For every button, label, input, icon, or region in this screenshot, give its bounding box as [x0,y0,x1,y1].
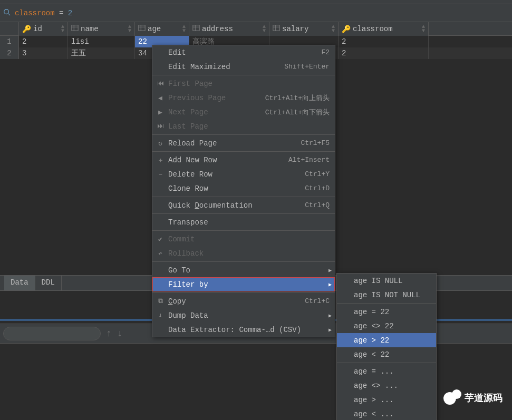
svg-point-0 [4,9,9,14]
minus-icon: － [154,170,166,179]
menu-label: Commit [166,235,330,243]
filter-option-age-is-not-null[interactable]: age IS NOT NULL [337,288,436,302]
menu-label: Previous Page [166,94,265,102]
menu-item-first-page: ⏮First Page [152,76,335,91]
cell-classroom[interactable]: 2 [339,47,429,59]
filter-option-age-[interactable]: age < ... [337,407,436,420]
rownum-header [0,22,19,35]
filter-by-submenu: age IS NULLage IS NOT NULLage = 22age <>… [336,273,437,420]
tab-ddl[interactable]: DDL [35,276,62,290]
filter-option-age-[interactable]: age <> ... [337,378,436,393]
commit-icon: ✔ [154,235,166,243]
column-icon [71,24,79,34]
menu-item-edit[interactable]: EditF2 [152,45,335,60]
sort-icon[interactable]: ▲▼ [263,25,266,33]
menu-item-commit: ✔Commit [152,232,335,246]
filter-operator: = [59,9,63,17]
tab-data[interactable]: Data [4,276,35,290]
menu-label: Dump Data [166,311,330,320]
submenu-arrow-icon: ▶ [329,281,332,288]
column-header-address[interactable]: address ▲▼ [189,22,269,36]
sort-icon[interactable]: ▲▼ [128,25,131,33]
filter-bar[interactable]: classroom = 2 [0,4,512,22]
menu-item-transpose[interactable]: Transpose [152,215,335,229]
menu-shortcut: Ctrl+Alt+向下箭头 [265,108,330,117]
menu-item-go-to[interactable]: Go To▶ [152,263,335,277]
menu-label: Quick Documentation [166,201,305,210]
menu-label: Add New Row [166,156,288,164]
filter-option-age-22[interactable]: age = 22 [337,305,436,319]
reload-icon: ↻ [154,139,166,148]
watermark-text: 芋道源码 [465,392,503,404]
cell-id[interactable]: 3 [19,47,68,59]
menu-item-filter-by[interactable]: Filter by▶ [152,277,335,291]
menu-shortcut: Ctrl+C [305,297,330,305]
top-toolbar [0,0,512,4]
column-header-classroom[interactable]: 🔑classroom ▲▼ [339,22,429,36]
filter-expression[interactable]: classroom = 2 [15,9,72,17]
menu-label: Last Page [166,122,330,131]
filter-option-age-[interactable]: age > ... [337,393,436,407]
context-menu: EditF2Edit MaximizedShift+Enter⏮First Pa… [152,45,335,337]
dump-icon: ⬇ [154,311,166,320]
cell-name[interactable]: lisi [68,36,135,47]
search-icon [3,8,11,18]
filter-option-age-[interactable]: age = ... [337,364,436,378]
svg-rect-11 [273,25,279,31]
menu-item-add-new-row[interactable]: ＋Add New RowAlt+Insert [152,153,335,167]
cell-id[interactable]: 2 [19,36,68,47]
svg-rect-2 [72,25,78,31]
copy-icon: ⧉ [154,297,166,305]
filter-field: classroom [15,9,55,17]
column-header-name[interactable]: name ▲▼ [68,22,135,36]
menu-item-copy[interactable]: ⧉CopyCtrl+C [152,294,335,308]
menu-shortcut: Ctrl+D [305,184,330,192]
menu-item-data-extractor-comma-d-csv-[interactable]: Data Extractor: Comma-…d (CSV)▶ [152,323,335,337]
menu-item-dump-data[interactable]: ⬇Dump Data▶ [152,308,335,323]
menu-item-clone-row[interactable]: Clone RowCtrl+D [152,181,335,196]
column-icon [138,24,146,34]
sort-icon[interactable]: ▲▼ [61,25,64,33]
find-next-button[interactable]: ↓ [117,328,123,339]
svg-line-1 [8,13,11,15]
submenu-arrow-icon: ▶ [329,267,332,274]
menu-item-reload-page[interactable]: ↻Reload PageCtrl+F5 [152,136,335,150]
menu-item-next-page: ▶Next PageCtrl+Alt+向下箭头 [152,105,335,119]
cell-classroom[interactable]: 2 [339,36,429,47]
search-input[interactable] [3,327,101,340]
menu-label: Go To [166,266,330,275]
menu-shortcut: Shift+Enter [284,63,330,71]
column-header-id[interactable]: 🔑id ▲▼ [19,22,68,36]
column-header-age[interactable]: age ▲▼ [135,22,189,36]
submenu-arrow-icon: ▶ [329,312,332,319]
find-prev-button[interactable]: ↑ [106,328,112,339]
column-header-salary[interactable]: salary ▲▼ [269,22,339,36]
menu-label: Reload Page [166,139,301,148]
menu-item-delete-row[interactable]: －Delete RowCtrl+Y [152,167,335,181]
row-number[interactable]: 1 [0,36,19,47]
menu-label: Edit Maximized [166,63,284,71]
row-number[interactable]: 2 [0,47,19,59]
filter-option-age-22[interactable]: age > 22 [337,333,436,347]
next-icon: ▶ [154,108,166,116]
cell-name[interactable]: 王五 [68,47,135,59]
filter-option-age-22[interactable]: age < 22 [337,347,436,362]
grid-header: 🔑id ▲▼ name ▲▼ age ▲▼ address ▲▼ salary … [0,22,512,36]
filter-option-age-22[interactable]: age <> 22 [337,319,436,333]
sort-icon[interactable]: ▲▼ [422,25,425,33]
filter-option-age-is-null[interactable]: age IS NULL [337,274,436,288]
column-icon [192,24,200,34]
menu-label: Delete Row [166,170,305,179]
menu-item-edit-maximized[interactable]: Edit MaximizedShift+Enter [152,60,335,74]
sort-icon[interactable]: ▲▼ [182,25,186,33]
menu-label: Edit [166,48,321,57]
menu-shortcut: Ctrl+Y [305,170,330,178]
fk-icon: 🔑 [342,25,351,34]
last-icon: ⏭ [154,122,166,130]
menu-label: Rollback [166,249,330,258]
menu-item-quick-documentation[interactable]: Quick DocumentationCtrl+Q [152,198,335,212]
sort-icon[interactable]: ▲▼ [332,25,335,33]
prev-icon: ◀ [154,94,166,102]
submenu-arrow-icon: ▶ [329,327,332,333]
menu-label: Next Page [166,108,265,116]
